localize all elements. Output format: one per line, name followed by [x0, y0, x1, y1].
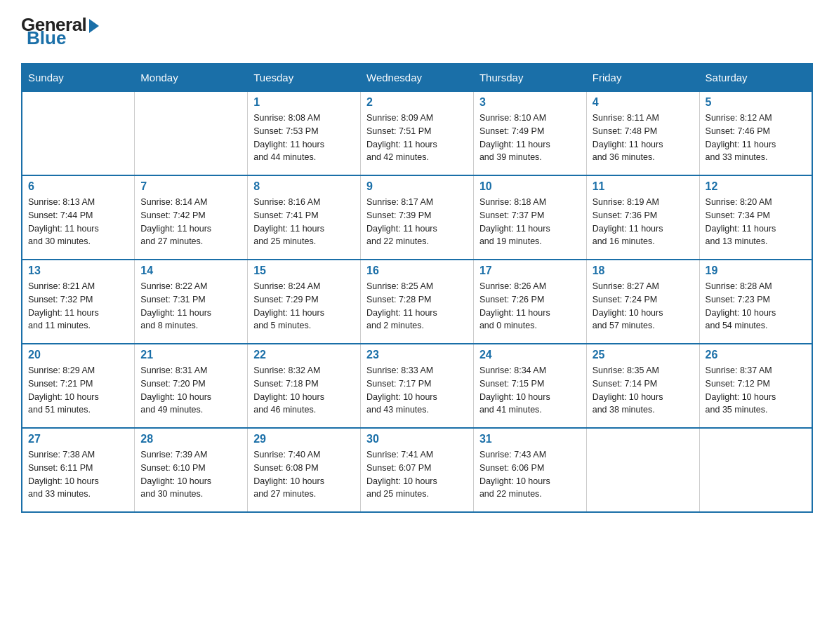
- day-number: 23: [366, 349, 468, 361]
- calendar-cell: 7Sunrise: 8:14 AMSunset: 7:42 PMDaylight…: [135, 175, 248, 260]
- calendar-header-thursday: Thursday: [473, 64, 586, 91]
- calendar-cell: 29Sunrise: 7:40 AMSunset: 6:08 PMDayligh…: [248, 428, 361, 512]
- day-number: 8: [253, 180, 355, 193]
- day-info: Sunrise: 7:39 AMSunset: 6:10 PMDaylight:…: [140, 448, 241, 501]
- day-info: Sunrise: 8:25 AMSunset: 7:28 PMDaylight:…: [366, 280, 468, 333]
- day-number: 27: [28, 433, 128, 445]
- calendar-cell: 28Sunrise: 7:39 AMSunset: 6:10 PMDayligh…: [135, 428, 248, 512]
- day-number: 2: [366, 96, 468, 109]
- day-number: 31: [479, 433, 581, 445]
- calendar-week-4: 20Sunrise: 8:29 AMSunset: 7:21 PMDayligh…: [22, 344, 812, 428]
- day-info: Sunrise: 8:35 AMSunset: 7:14 PMDaylight:…: [593, 364, 694, 417]
- day-info: Sunrise: 8:19 AMSunset: 7:36 PMDaylight:…: [593, 196, 694, 248]
- day-info: Sunrise: 8:14 AMSunset: 7:42 PMDaylight:…: [140, 196, 241, 248]
- page-header: General Blue: [21, 14, 813, 49]
- day-number: 12: [706, 180, 806, 193]
- day-number: 7: [140, 180, 241, 193]
- day-info: Sunrise: 8:29 AMSunset: 7:21 PMDaylight:…: [28, 364, 128, 417]
- day-number: 20: [28, 349, 128, 361]
- calendar-header-tuesday: Tuesday: [248, 64, 361, 91]
- day-info: Sunrise: 8:32 AMSunset: 7:18 PMDaylight:…: [253, 364, 355, 417]
- calendar-cell: 12Sunrise: 8:20 AMSunset: 7:34 PMDayligh…: [699, 175, 812, 260]
- day-info: Sunrise: 8:37 AMSunset: 7:12 PMDaylight:…: [706, 364, 806, 417]
- day-info: Sunrise: 8:10 AMSunset: 7:49 PMDaylight:…: [479, 112, 581, 164]
- day-info: Sunrise: 8:13 AMSunset: 7:44 PMDaylight:…: [28, 196, 128, 248]
- calendar-cell: 20Sunrise: 8:29 AMSunset: 7:21 PMDayligh…: [22, 344, 135, 428]
- day-info: Sunrise: 8:22 AMSunset: 7:31 PMDaylight:…: [140, 280, 241, 333]
- calendar-cell: 10Sunrise: 8:18 AMSunset: 7:37 PMDayligh…: [473, 175, 586, 260]
- day-info: Sunrise: 7:43 AMSunset: 6:06 PMDaylight:…: [479, 448, 581, 501]
- day-number: 29: [253, 433, 355, 445]
- day-number: 1: [253, 96, 355, 109]
- calendar-cell: 25Sunrise: 8:35 AMSunset: 7:14 PMDayligh…: [586, 344, 699, 428]
- calendar-header-friday: Friday: [586, 64, 699, 91]
- calendar-cell: 26Sunrise: 8:37 AMSunset: 7:12 PMDayligh…: [699, 344, 812, 428]
- calendar-header-monday: Monday: [135, 64, 248, 91]
- calendar-cell: 27Sunrise: 7:38 AMSunset: 6:11 PMDayligh…: [22, 428, 135, 512]
- day-info: Sunrise: 8:11 AMSunset: 7:48 PMDaylight:…: [593, 112, 694, 164]
- calendar-cell: 17Sunrise: 8:26 AMSunset: 7:26 PMDayligh…: [473, 260, 586, 344]
- calendar-cell: [699, 428, 812, 512]
- calendar-cell: 18Sunrise: 8:27 AMSunset: 7:24 PMDayligh…: [586, 260, 699, 344]
- calendar-cell: 9Sunrise: 8:17 AMSunset: 7:39 PMDaylight…: [361, 175, 474, 260]
- day-number: 17: [479, 264, 581, 277]
- day-number: 25: [593, 349, 694, 361]
- day-number: 18: [593, 264, 694, 277]
- day-number: 15: [253, 264, 355, 277]
- calendar-cell: 23Sunrise: 8:33 AMSunset: 7:17 PMDayligh…: [361, 344, 474, 428]
- day-info: Sunrise: 8:34 AMSunset: 7:15 PMDaylight:…: [479, 364, 581, 417]
- day-number: 22: [253, 349, 355, 361]
- day-number: 21: [140, 349, 241, 361]
- day-number: 10: [479, 180, 581, 193]
- day-info: Sunrise: 7:41 AMSunset: 6:07 PMDaylight:…: [366, 448, 468, 501]
- day-number: 6: [28, 180, 128, 193]
- day-number: 9: [366, 180, 468, 193]
- day-info: Sunrise: 8:33 AMSunset: 7:17 PMDaylight:…: [366, 364, 468, 417]
- day-info: Sunrise: 8:27 AMSunset: 7:24 PMDaylight:…: [593, 280, 694, 333]
- calendar-cell: 14Sunrise: 8:22 AMSunset: 7:31 PMDayligh…: [135, 260, 248, 344]
- day-info: Sunrise: 8:17 AMSunset: 7:39 PMDaylight:…: [366, 196, 468, 248]
- calendar-cell: 6Sunrise: 8:13 AMSunset: 7:44 PMDaylight…: [22, 175, 135, 260]
- day-info: Sunrise: 8:31 AMSunset: 7:20 PMDaylight:…: [140, 364, 241, 417]
- calendar-week-2: 6Sunrise: 8:13 AMSunset: 7:44 PMDaylight…: [22, 175, 812, 260]
- calendar-cell: [586, 428, 699, 512]
- day-number: 14: [140, 264, 241, 277]
- calendar-header-row: SundayMondayTuesdayWednesdayThursdayFrid…: [22, 64, 812, 91]
- day-info: Sunrise: 7:38 AMSunset: 6:11 PMDaylight:…: [28, 448, 128, 501]
- logo: General Blue: [21, 14, 99, 49]
- calendar-cell: 11Sunrise: 8:19 AMSunset: 7:36 PMDayligh…: [586, 175, 699, 260]
- day-info: Sunrise: 7:40 AMSunset: 6:08 PMDaylight:…: [253, 448, 355, 501]
- day-info: Sunrise: 8:09 AMSunset: 7:51 PMDaylight:…: [366, 112, 468, 164]
- calendar-week-5: 27Sunrise: 7:38 AMSunset: 6:11 PMDayligh…: [22, 428, 812, 512]
- calendar-cell: 21Sunrise: 8:31 AMSunset: 7:20 PMDayligh…: [135, 344, 248, 428]
- calendar-table: SundayMondayTuesdayWednesdayThursdayFrid…: [21, 63, 813, 513]
- day-number: 24: [479, 349, 581, 361]
- calendar-cell: 31Sunrise: 7:43 AMSunset: 6:06 PMDayligh…: [473, 428, 586, 512]
- day-number: 19: [706, 264, 806, 277]
- calendar-header-saturday: Saturday: [699, 64, 812, 91]
- logo-arrow-icon: [89, 19, 99, 33]
- calendar-cell: 24Sunrise: 8:34 AMSunset: 7:15 PMDayligh…: [473, 344, 586, 428]
- calendar-header-wednesday: Wednesday: [361, 64, 474, 91]
- calendar-cell: 13Sunrise: 8:21 AMSunset: 7:32 PMDayligh…: [22, 260, 135, 344]
- day-number: 13: [28, 264, 128, 277]
- calendar-week-1: 1Sunrise: 8:08 AMSunset: 7:53 PMDaylight…: [22, 91, 812, 175]
- day-number: 5: [706, 96, 806, 109]
- day-number: 4: [593, 96, 694, 109]
- calendar-cell: 2Sunrise: 8:09 AMSunset: 7:51 PMDaylight…: [361, 91, 474, 175]
- day-info: Sunrise: 8:12 AMSunset: 7:46 PMDaylight:…: [706, 112, 806, 164]
- calendar-cell: 22Sunrise: 8:32 AMSunset: 7:18 PMDayligh…: [248, 344, 361, 428]
- calendar-cell: 30Sunrise: 7:41 AMSunset: 6:07 PMDayligh…: [361, 428, 474, 512]
- day-number: 30: [366, 433, 468, 445]
- logo-blue-text: Blue: [27, 27, 66, 49]
- day-info: Sunrise: 8:21 AMSunset: 7:32 PMDaylight:…: [28, 280, 128, 333]
- calendar-cell: 1Sunrise: 8:08 AMSunset: 7:53 PMDaylight…: [248, 91, 361, 175]
- calendar-cell: 5Sunrise: 8:12 AMSunset: 7:46 PMDaylight…: [699, 91, 812, 175]
- day-info: Sunrise: 8:18 AMSunset: 7:37 PMDaylight:…: [479, 196, 581, 248]
- calendar-cell: 16Sunrise: 8:25 AMSunset: 7:28 PMDayligh…: [361, 260, 474, 344]
- day-number: 16: [366, 264, 468, 277]
- day-number: 3: [479, 96, 581, 109]
- calendar-cell: [135, 91, 248, 175]
- calendar-week-3: 13Sunrise: 8:21 AMSunset: 7:32 PMDayligh…: [22, 260, 812, 344]
- calendar-cell: [22, 91, 135, 175]
